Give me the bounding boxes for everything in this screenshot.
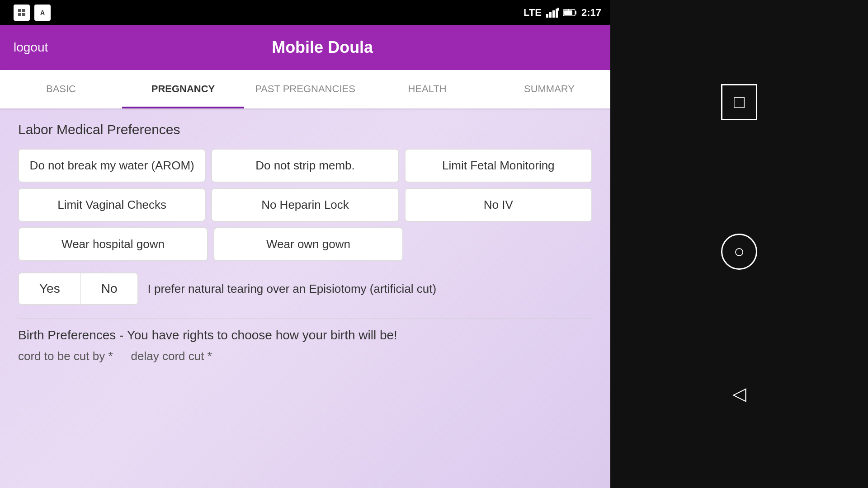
tab-summary[interactable]: SUMMARY (488, 70, 610, 108)
pref-own-gown[interactable]: Wear own gown (213, 227, 403, 261)
pref-no-iv[interactable]: No IV (405, 188, 592, 222)
pref-grid-row2: Limit Vaginal Checks No Heparin Lock No … (18, 188, 592, 222)
circle-icon: ○ (734, 241, 745, 262)
back-nav-button[interactable]: ◁ (732, 383, 746, 404)
svg-rect-4 (546, 14, 548, 18)
cord-cut-label: cord to be cut by * (18, 349, 113, 363)
yes-button[interactable]: Yes (19, 273, 81, 304)
svg-rect-2 (18, 13, 21, 16)
episiotomy-text: I prefer natural tearing over an Episiot… (147, 282, 436, 296)
signal-icon (546, 8, 559, 18)
content-area: Labor Medical Preferences Do not break m… (0, 108, 610, 488)
app-title: Mobile Doula (48, 38, 597, 57)
back-icon: ◁ (732, 384, 746, 404)
logout-button[interactable]: logout (14, 40, 48, 55)
lte-label: LTE (524, 7, 542, 19)
pref-limit-fetal[interactable]: Limit Fetal Monitoring (405, 149, 592, 183)
pref-grid-row1: Do not break my water (AROM) Do not stri… (18, 149, 592, 183)
circle-nav-button[interactable]: ○ (721, 234, 757, 270)
episiotomy-row: Yes No I prefer natural tearing over an … (18, 272, 592, 305)
status-bar: A LTE 2:17 (0, 0, 610, 25)
square-nav-button[interactable]: □ (721, 84, 757, 120)
svg-rect-7 (556, 9, 558, 18)
gown-pref-row: Wear hospital gown Wear own gown (18, 227, 592, 261)
clock: 2:17 (581, 7, 601, 19)
svg-rect-1 (22, 9, 25, 12)
labor-section-title: Labor Medical Preferences (18, 122, 592, 137)
birth-pref-title: Birth Preferences - You have rights to c… (18, 328, 592, 343)
app-icon-1 (14, 5, 30, 21)
pref-no-strip[interactable]: Do not strip memb. (211, 149, 399, 183)
svg-rect-3 (22, 13, 25, 16)
svg-rect-5 (549, 12, 552, 18)
svg-rect-10 (575, 11, 576, 14)
tab-past-pregnancies[interactable]: PAST PREGNANCIES (244, 70, 366, 108)
pref-limit-vaginal[interactable]: Limit Vaginal Checks (18, 188, 206, 222)
yes-no-toggle: Yes No (18, 272, 138, 305)
no-button[interactable]: No (81, 273, 138, 304)
tab-pregnancy[interactable]: PREGNANCY (122, 70, 244, 108)
pref-hospital-gown[interactable]: Wear hospital gown (18, 227, 208, 261)
nav-panel: □ ○ ◁ (610, 0, 868, 488)
svg-rect-0 (18, 9, 21, 12)
square-icon: □ (734, 92, 745, 112)
delay-cord-label: delay cord cut * (131, 349, 212, 363)
app-header: logout Mobile Doula (0, 25, 610, 70)
tab-health[interactable]: HEALTH (366, 70, 488, 108)
pref-no-arom[interactable]: Do not break my water (AROM) (18, 149, 206, 183)
pref-no-heparin[interactable]: No Heparin Lock (211, 188, 399, 222)
bottom-labels: cord to be cut by * delay cord cut * (18, 349, 592, 363)
svg-rect-11 (564, 10, 572, 15)
app-icon-2: A (34, 5, 51, 21)
tab-bar: BASIC PREGNANCY PAST PREGNANCIES HEALTH … (0, 70, 610, 108)
svg-rect-6 (552, 10, 555, 18)
tab-basic[interactable]: BASIC (0, 70, 122, 108)
birth-pref-section: Birth Preferences - You have rights to c… (18, 319, 592, 363)
battery-icon (563, 9, 577, 17)
